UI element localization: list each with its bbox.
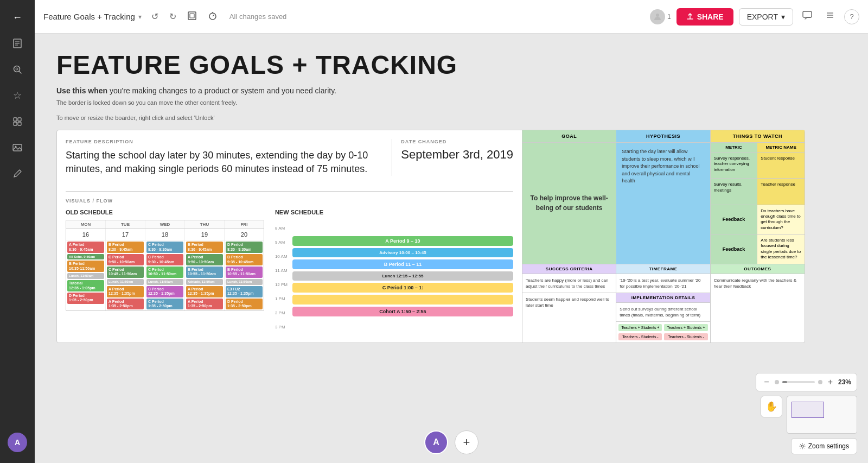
time-3pm: 3 PM: [275, 320, 290, 334]
outcomes-col: OUTCOMES Communicate regularly with the …: [711, 264, 805, 343]
period-block: C Period10:45 - 11:50am: [107, 267, 144, 278]
metric-row-3: Feedback Do teachers have enough class t…: [711, 205, 805, 235]
teachers-students-1: Teachers + Students + Teachers + Student…: [616, 322, 710, 333]
collaborator-avatar: [650, 9, 665, 24]
user-avatar[interactable]: A: [8, 433, 27, 452]
right-panel: GOAL HYPOTHESIS THINGS TO WATCH To help …: [522, 130, 805, 343]
schedules: OLD SCHEDULE MON TUE WED THU FRI: [66, 209, 513, 334]
time-9am: 9 AM: [275, 235, 290, 249]
time-11am: 11 AM: [275, 263, 290, 277]
svg-rect-11: [13, 144, 22, 151]
new-schedule-title: NEW SCHEDULE: [275, 209, 513, 215]
page-subtitle: Use this when you're making changes to a…: [56, 86, 846, 95]
svg-point-4: [14, 66, 20, 72]
timer-button[interactable]: [205, 9, 221, 25]
sidebar-icon-image[interactable]: [7, 137, 28, 158]
grid-header: MON TUE WED THU FRI: [66, 220, 264, 229]
metric-sub-header: METRIC METRIC NAME: [711, 143, 805, 153]
title-chevron[interactable]: ▾: [138, 13, 142, 21]
right-panel-header: GOAL HYPOTHESIS THINGS TO WATCH: [522, 130, 805, 143]
redo-button[interactable]: ↻: [166, 9, 180, 24]
mini-map-indicator: [792, 402, 824, 418]
pan-tool-button[interactable]: ✋: [761, 396, 782, 417]
current-user-circle[interactable]: A: [424, 430, 448, 454]
zoom-out-button[interactable]: −: [762, 376, 771, 388]
impl-text: Send out surveys during different school…: [616, 303, 710, 322]
period-block: Lunch, 11:50am: [146, 279, 183, 285]
sidebar-icon-pen[interactable]: [7, 163, 28, 185]
svg-line-5: [20, 72, 22, 74]
watch-header: THINGS TO WATCH: [711, 130, 805, 142]
sidebar-icon-back[interactable]: ←: [7, 7, 28, 28]
share-button[interactable]: SHARE: [676, 8, 733, 26]
lower-sections: SUCCESS CRITERIA Teachers are happy (mor…: [522, 264, 805, 343]
svg-line-17: [213, 15, 214, 16]
date-changed-label: DATE CHANGED: [401, 139, 513, 144]
comments-button[interactable]: [799, 8, 816, 26]
lunch: Lunch 12:15 – 12:55: [292, 271, 513, 281]
period-block: B Period8:30 - 9:45am: [186, 242, 223, 253]
svg-point-18: [656, 14, 659, 17]
success-col: SUCCESS CRITERIA Teachers are happy (mor…: [522, 264, 616, 343]
success-text-2: Students seem happier and respond well t…: [522, 293, 616, 312]
visuals-section: VISUALS / FLOW OLD SCHEDULE MON TUE WED …: [66, 198, 513, 334]
zoom-in-button[interactable]: +: [826, 376, 835, 388]
period-block: Tutorial12:35 - 1:05pm: [67, 280, 104, 291]
help-button[interactable]: ?: [844, 9, 859, 24]
add-user-circle[interactable]: +: [455, 430, 478, 454]
feature-desc-label: FEATURE DESCRIPTION: [66, 139, 383, 144]
period-block: B Period10:55 - 11:50am: [226, 267, 263, 278]
visuals-label: VISUALS / FLOW: [66, 198, 513, 204]
period-block: A Period1:35 - 2:50pm: [186, 299, 223, 310]
zoom-row: − + 23%: [756, 373, 857, 391]
old-schedule: OLD SCHEDULE MON TUE WED THU FRI: [66, 209, 264, 334]
feedback-label-2: Feedback: [711, 234, 758, 264]
zoom-slider[interactable]: [782, 381, 815, 383]
new-schedule-time-grid: 8 AM 9 AM 10 AM 11 AM 12 PM 1 PM 2 PM 3 …: [275, 220, 513, 334]
undo-button[interactable]: ↺: [148, 9, 162, 24]
sidebar-icon-page[interactable]: [7, 33, 28, 54]
canvas[interactable]: FEATURE GOALS + TRACKING Use this when y…: [35, 34, 868, 463]
teacher-student-tag-2: Teachers + Students +: [664, 324, 707, 331]
content-frame: FEATURE DESCRIPTION Starting the school …: [56, 130, 805, 343]
sidebar-icon-search[interactable]: [7, 59, 28, 80]
subtitle-rest: you're making changes to a product or sy…: [110, 86, 336, 95]
period-block: A Period9:50 - 10:50am: [186, 254, 223, 265]
list-view-button[interactable]: [821, 8, 839, 26]
left-top-section: FEATURE DESCRIPTION Starting the school …: [66, 139, 513, 192]
outcomes-header: OUTCOMES: [711, 264, 805, 274]
time-1pm: 1 PM: [275, 291, 290, 306]
spacer: [292, 221, 513, 234]
metric-label: METRIC: [711, 143, 758, 152]
sidebar-icon-grid[interactable]: [7, 111, 28, 132]
header-actions: ↺ ↻: [148, 9, 221, 25]
frame-button[interactable]: [184, 9, 200, 25]
period-block: E3 / U212:35 - 1:35pm: [226, 286, 263, 297]
time-2pm: 2 PM: [275, 306, 290, 320]
export-button[interactable]: EXPORT ▾: [739, 8, 793, 26]
left-panel: FEATURE DESCRIPTION Starting the school …: [57, 130, 522, 343]
subtitle-bold: Use this when: [56, 86, 107, 95]
sidebar-icon-star[interactable]: ☆: [7, 85, 28, 106]
page-note: The border is locked down so you can mov…: [56, 99, 846, 121]
col-tue: B Period8:30 - 9:45am C Period9:50 - 10:…: [106, 240, 145, 310]
period-block: C Period1:35 - 2:50pm: [146, 299, 183, 310]
col-wed: C Period8:30 - 9:20am C Period9:30 - 10:…: [145, 240, 185, 310]
metric-row-2: Survey results, meetings Teacher respons…: [711, 179, 805, 205]
feedback-q-2: Are students less focused during single …: [757, 234, 805, 264]
time-10am: 10 AM: [275, 249, 290, 263]
period-block: D Period1:05 - 2:50pm: [67, 293, 104, 304]
zoom-dot-2: [818, 380, 822, 384]
col-mon: A Period8:30 - 9:45am All Scho, 9:50am B…: [66, 240, 106, 310]
svg-rect-19: [803, 11, 812, 17]
period-block: Lunch, 11:50am: [67, 273, 104, 279]
svg-rect-14: [190, 14, 194, 18]
save-status: All changes saved: [229, 12, 287, 21]
period-block: C Period8:30 - 9:20am: [146, 242, 183, 253]
header: Feature Goals + Tracking ▾ ↺ ↻ All chang…: [35, 0, 868, 34]
page-title: FEATURE GOALS + TRACKING: [56, 50, 846, 80]
metric-val-1: Survey responses, teacher conveying info…: [711, 153, 758, 178]
zoom-settings-button[interactable]: Zoom settings: [791, 438, 857, 454]
period-c2: [292, 295, 513, 305]
period-block: C Period10:50 - 11:50am: [146, 267, 183, 278]
